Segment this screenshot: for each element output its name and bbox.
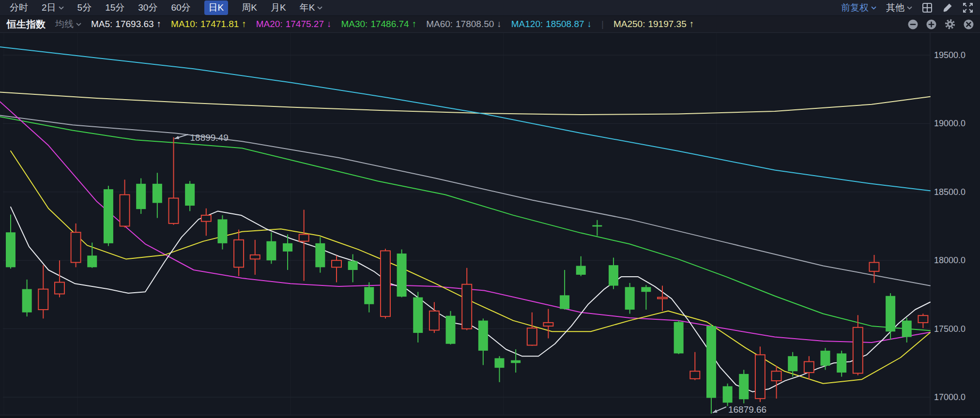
tab-weekly-k[interactable]: 周K xyxy=(242,1,257,14)
bottom-strip xyxy=(0,416,980,418)
candle-body xyxy=(772,371,781,381)
candle-body xyxy=(283,243,292,252)
candle-body xyxy=(576,266,586,275)
y-axis-label: 18500.0 xyxy=(934,187,965,197)
up-arrow: ↑ xyxy=(689,19,694,30)
ma5-legend: MA5:17693.63↑ xyxy=(91,19,161,30)
candle-body xyxy=(609,265,618,285)
up-arrow: ↑ xyxy=(242,19,246,30)
candle-body xyxy=(381,251,390,316)
candle-body xyxy=(869,262,879,271)
candle-body xyxy=(821,351,830,366)
ma60-legend: MA60:17808.50↓ xyxy=(426,19,502,30)
adjust-mode-dropdown[interactable]: 前复权 xyxy=(841,1,876,14)
plus-circle-icon[interactable] xyxy=(926,19,937,30)
chevron-down-icon xyxy=(76,23,81,26)
candle-body xyxy=(723,386,733,403)
candle-body xyxy=(739,374,749,399)
ma250-legend: MA250:19197.35↑ xyxy=(613,19,694,30)
period-tabs: 分时 2日 5分 15分 30分 60分 日K 周K 月K 年K xyxy=(10,0,322,15)
candle-body xyxy=(234,240,244,268)
candle-body xyxy=(185,184,195,206)
candle-body xyxy=(348,261,358,270)
candle-body xyxy=(478,321,488,351)
ma120-legend: MA120:18508.87↓ xyxy=(511,19,592,30)
tab-15min[interactable]: 15分 xyxy=(105,1,124,14)
candle-body xyxy=(902,321,912,337)
down-arrow: ↓ xyxy=(587,19,592,30)
ma-legend-bar: 恒生指数 均线 MA5:17693.63↑ MA10:17471.81↑ MA2… xyxy=(0,16,980,33)
candle-body xyxy=(641,287,651,292)
candle-body xyxy=(315,243,325,267)
ma-selector-dropdown[interactable]: 均线 xyxy=(55,18,81,30)
tab-yearly-k[interactable]: 年K xyxy=(300,1,323,14)
candle-body xyxy=(918,315,928,323)
y-axis-label: 18000.0 xyxy=(934,255,965,265)
candle-body xyxy=(364,287,374,304)
candle-body xyxy=(495,358,505,368)
tab-30min[interactable]: 30分 xyxy=(138,1,157,14)
ma10-legend: MA10:17471.81↑ xyxy=(171,19,246,30)
brush-icon[interactable] xyxy=(942,2,953,13)
candle-body xyxy=(462,284,472,329)
tab-5min[interactable]: 5分 xyxy=(77,1,92,14)
chevron-down-icon xyxy=(317,6,322,10)
candle-body xyxy=(71,232,81,262)
candle-body xyxy=(120,194,130,226)
candle-body xyxy=(153,184,162,203)
candle-body xyxy=(706,326,716,398)
candle-body xyxy=(527,328,537,345)
y-axis-label: 17500.0 xyxy=(934,324,965,334)
candle-body xyxy=(250,255,260,259)
candle-body xyxy=(560,295,569,309)
close-circle-icon[interactable] xyxy=(963,19,974,30)
candle-body xyxy=(397,254,407,297)
up-arrow: ↑ xyxy=(157,19,162,30)
legend-divider: | xyxy=(601,19,604,30)
candle-body xyxy=(886,296,895,332)
candle-body xyxy=(592,225,602,227)
down-arrow: ↓ xyxy=(327,19,332,30)
expand-icon[interactable] xyxy=(963,2,973,13)
candle-body xyxy=(837,354,846,373)
down-arrow: ↓ xyxy=(497,19,502,30)
candle-body xyxy=(755,355,765,398)
up-arrow: ↑ xyxy=(412,19,417,30)
tab-timeline[interactable]: 分时 xyxy=(10,1,28,14)
candle-body xyxy=(55,282,64,294)
annotation-arrowhead xyxy=(175,136,180,139)
minus-circle-icon[interactable] xyxy=(907,19,919,30)
ma-line-ma120 xyxy=(0,47,930,191)
candle-body xyxy=(429,311,439,330)
ma20-legend: MA20:17475.27↓ xyxy=(256,19,332,30)
candlestick-chart[interactable]: 19500.019000.018500.018000.017500.017000… xyxy=(0,33,980,418)
candle-body xyxy=(299,234,309,241)
candle-body xyxy=(674,322,684,353)
tab-60min[interactable]: 60分 xyxy=(171,1,190,14)
tab-daily-k[interactable]: 日K xyxy=(204,0,229,15)
gear-icon[interactable] xyxy=(944,18,956,30)
symbol-title: 恒生指数 xyxy=(7,18,46,31)
candle-body xyxy=(658,298,667,299)
tab-monthly-k[interactable]: 月K xyxy=(271,1,286,14)
candle-body xyxy=(332,260,341,267)
ma-line-ma250 xyxy=(0,92,930,115)
candle-body xyxy=(87,255,97,267)
candle-body xyxy=(543,323,553,326)
y-axis-label: 19000.0 xyxy=(934,119,965,128)
chevron-down-icon xyxy=(59,6,64,10)
tab-2day[interactable]: 2日 xyxy=(42,1,64,14)
candle-body xyxy=(625,287,635,310)
candle-body xyxy=(853,328,863,373)
candle-body xyxy=(788,356,797,371)
candle-body xyxy=(136,184,146,209)
chevron-down-icon xyxy=(871,6,876,10)
candle-body xyxy=(511,360,521,363)
price-annotation: 16879.66 xyxy=(728,404,766,415)
ma30-legend: MA30:17486.74↑ xyxy=(341,19,416,30)
candle-body xyxy=(690,371,700,379)
grid-icon[interactable] xyxy=(922,2,933,13)
candle-body xyxy=(804,361,814,373)
candle-body xyxy=(6,232,15,267)
other-dropdown[interactable]: 其他 xyxy=(886,1,912,14)
